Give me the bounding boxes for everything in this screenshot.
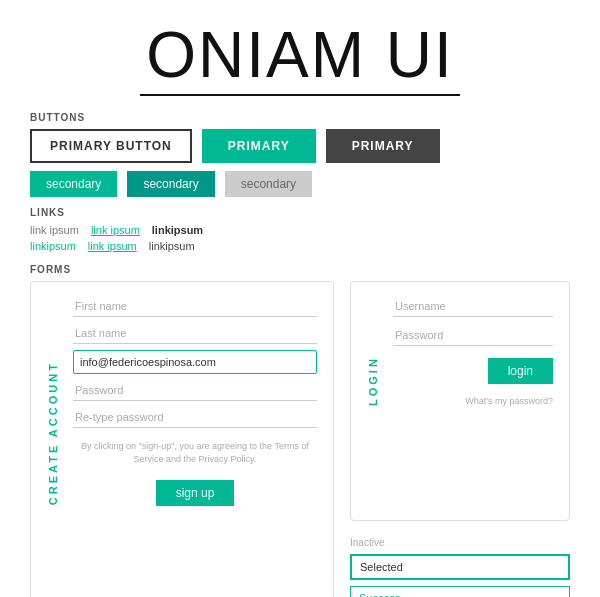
link-6[interactable]: linkipsum <box>149 240 195 252</box>
buttons-label: BUTTONS <box>30 112 570 123</box>
login-password-input[interactable] <box>393 325 553 346</box>
retype-password-input[interactable] <box>73 407 317 428</box>
buttons-section: BUTTONS PRIMARY BUTTON PRIMARY PRIMARY s… <box>30 112 570 197</box>
buttons-row-1: PRIMARY BUTTON PRIMARY PRIMARY <box>30 129 570 163</box>
primary-white-button[interactable]: PRIMARY BUTTON <box>30 129 192 163</box>
links-section: LINKS link ipsum link ipsum linkipsum li… <box>30 207 570 252</box>
username-input[interactable] <box>393 296 553 317</box>
primary-dark-button[interactable]: PRIMARY <box>326 129 440 163</box>
primary-green-button[interactable]: PRIMARY <box>202 129 316 163</box>
create-account-label: CREATE ACCOUNT <box>47 296 59 505</box>
success-input[interactable] <box>350 586 570 597</box>
login-label: LOGIN <box>367 296 379 406</box>
last-name-input[interactable] <box>73 323 317 344</box>
right-column: LOGIN login What's my password? Inactive <box>350 281 570 597</box>
signup-disclaimer: By clicking on "sign-up", you are agreei… <box>73 440 317 465</box>
states-section: Inactive <box>350 537 570 597</box>
link-3[interactable]: linkipsum <box>152 224 203 236</box>
signup-button[interactable]: sign up <box>156 480 235 506</box>
link-5[interactable]: link ipsum <box>88 240 137 252</box>
login-fields: login What's my password? <box>393 296 553 406</box>
buttons-row-2: secondary secondary secondary <box>30 171 570 197</box>
link-4[interactable]: linkipsum <box>30 240 76 252</box>
links-row-1: link ipsum link ipsum linkipsum <box>30 224 570 236</box>
title-divider <box>140 94 460 96</box>
link-2[interactable]: link ipsum <box>91 224 140 236</box>
page-title: ONIAM UI <box>30 20 570 90</box>
title-section: ONIAM UI <box>30 20 570 96</box>
secondary-teal-button[interactable]: secondary <box>127 171 214 197</box>
links-label: LINKS <box>30 207 570 218</box>
create-account-card: CREATE ACCOUNT By clicking on "sign-up",… <box>30 281 334 597</box>
selected-input[interactable] <box>350 554 570 580</box>
forgot-password-link[interactable]: What's my password? <box>393 396 553 406</box>
first-name-input[interactable] <box>73 296 317 317</box>
email-input[interactable] <box>73 350 317 374</box>
links-row-2: linkipsum link ipsum linkipsum <box>30 240 570 252</box>
secondary-gray-button[interactable]: secondary <box>225 171 312 197</box>
inactive-label: Inactive <box>350 537 570 548</box>
secondary-green-button[interactable]: secondary <box>30 171 117 197</box>
create-fields: By clicking on "sign-up", you are agreei… <box>73 296 317 505</box>
password-input[interactable] <box>73 380 317 401</box>
login-card: LOGIN login What's my password? <box>350 281 570 521</box>
forms-section: FORMS CREATE ACCOUNT By clicking on "sig… <box>30 264 570 597</box>
login-button[interactable]: login <box>488 358 553 384</box>
link-1[interactable]: link ipsum <box>30 224 79 236</box>
forms-label: FORMS <box>30 264 570 275</box>
